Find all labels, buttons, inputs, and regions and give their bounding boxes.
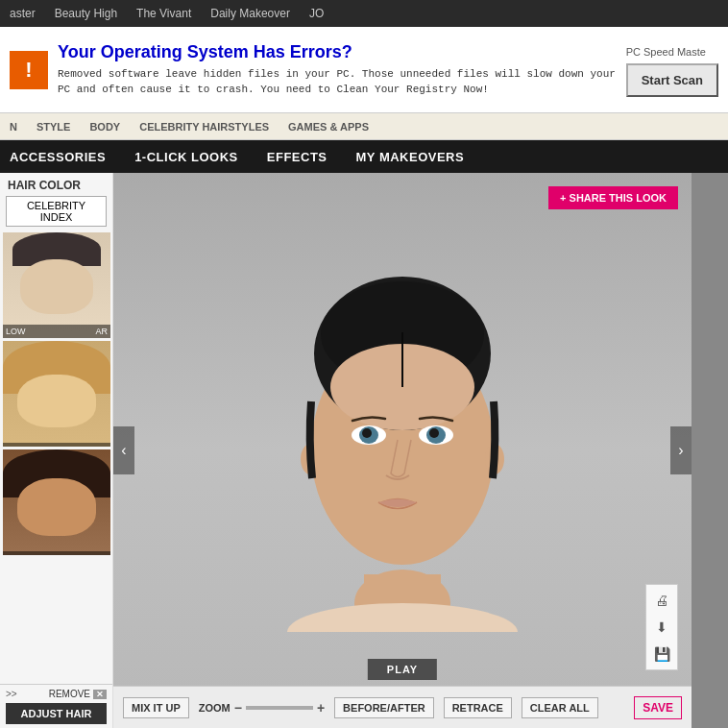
remove-button[interactable]: REMOVE ✕ <box>49 689 107 699</box>
zoom-controls: ZOOM − + <box>199 701 325 715</box>
face-image <box>239 229 566 632</box>
zoom-plus-button[interactable]: + <box>317 701 325 715</box>
svg-point-2 <box>287 603 518 632</box>
secondary-navigation: N STYLE BODY CELEBRITY HAIRSTYLES GAMES … <box>0 113 728 140</box>
sidebar-bottom-controls: >> REMOVE ✕ ADJUST HAIR <box>0 684 112 728</box>
main-nav-accessories[interactable]: ACCESSORIES <box>10 150 106 164</box>
mix-it-up-button[interactable]: MIX IT UP <box>123 697 189 718</box>
main-viewer: + SHARE THIS LOOK ‹ › PLAY 🖨 ⬇ 💾 MIX IT … <box>113 173 692 728</box>
sec-nav-item-games-apps[interactable]: GAMES & APPS <box>288 121 369 133</box>
adjust-hair-button[interactable]: ADJUST HAIR <box>6 703 107 724</box>
save-icon[interactable]: 💾 <box>650 643 673 666</box>
play-button[interactable]: PLAY <box>368 659 437 680</box>
top-nav-item-jo[interactable]: JO <box>309 7 324 20</box>
ad-text-block: Your Operating System Has Errors? Remove… <box>58 42 617 98</box>
zoom-minus-button[interactable]: − <box>234 701 242 715</box>
ad-warning-icon: ! <box>10 51 48 89</box>
zoom-slider[interactable] <box>246 706 313 710</box>
right-sidebar <box>692 173 728 728</box>
next-arrow-button[interactable]: › <box>670 426 692 474</box>
remove-x-icon: ✕ <box>93 690 107 699</box>
top-nav-item-beauty-high[interactable]: Beauty High <box>55 7 117 20</box>
bottom-toolbar: MIX IT UP ZOOM − + BEFORE/AFTER RETRACE … <box>113 686 692 728</box>
celebrity-thumb-1[interactable]: LOW AR <box>3 232 110 338</box>
celeb-1-label-right: AR <box>95 327 108 336</box>
main-nav-effects[interactable]: EFFECTS <box>267 150 328 164</box>
face-container: + SHARE THIS LOOK ‹ › PLAY 🖨 ⬇ 💾 MIX IT … <box>113 173 692 728</box>
top-nav-item-daily-makeover[interactable]: Daily Makeover <box>210 7 290 20</box>
sec-nav-item-celebrity-hairstyles[interactable]: CELEBRITY HAIRSTYLES <box>139 121 269 133</box>
ad-title: Your Operating System Has Errors? <box>58 42 617 62</box>
svg-point-12 <box>429 428 439 438</box>
start-scan-button[interactable]: Start Scan <box>626 63 718 97</box>
sec-nav-item-body[interactable]: BODY <box>89 121 120 133</box>
clear-all-button[interactable]: CLEAR ALL <box>522 697 598 718</box>
remove-arrows-icon: >> <box>6 689 17 699</box>
main-nav-my-makeovers[interactable]: MY MAKEOVERS <box>356 150 465 164</box>
svg-point-11 <box>362 428 372 438</box>
remove-row: >> REMOVE ✕ <box>6 689 107 699</box>
prev-arrow-button[interactable]: ‹ <box>113 426 134 474</box>
sec-nav-item-n[interactable]: N <box>10 121 17 133</box>
save-button[interactable]: SAVE <box>634 696 682 719</box>
top-nav-item-the-vivant[interactable]: The Vivant <box>136 7 191 20</box>
before-after-button[interactable]: BEFORE/AFTER <box>334 697 434 718</box>
main-navigation: ACCESSORIES 1-CLICK LOOKS EFFECTS MY MAK… <box>0 140 728 173</box>
hair-color-title: HAIR COLOR <box>0 173 112 196</box>
ad-banner: ! Your Operating System Has Errors? Remo… <box>0 27 728 113</box>
content-area: HAIR COLOR CELEBRITY INDEX LOW AR <box>0 173 728 728</box>
left-sidebar: HAIR COLOR CELEBRITY INDEX LOW AR <box>0 173 113 728</box>
right-tools-panel: 🖨 ⬇ 💾 <box>645 584 678 670</box>
main-nav-1click-looks[interactable]: 1-CLICK LOOKS <box>134 150 238 164</box>
print-icon[interactable]: 🖨 <box>650 589 673 612</box>
celeb-1-label-left: LOW <box>6 327 26 336</box>
share-look-button[interactable]: + SHARE THIS LOOK <box>548 186 678 209</box>
zoom-label: ZOOM <box>199 702 231 714</box>
ad-right-text: PC Speed Maste <box>626 42 706 58</box>
retrace-button[interactable]: RETRACE <box>444 697 512 718</box>
ad-body: Removed software leave hidden files in y… <box>58 66 617 98</box>
top-navigation: aster Beauty High The Vivant Daily Makeo… <box>0 0 728 27</box>
celebrity-index-button[interactable]: CELEBRITY INDEX <box>6 196 107 227</box>
celebrity-thumb-3[interactable] <box>3 449 110 555</box>
sec-nav-item-style[interactable]: STYLE <box>36 121 70 133</box>
top-nav-item-aster[interactable]: aster <box>10 7 36 20</box>
celebrity-thumb-2[interactable] <box>3 341 110 447</box>
download-icon[interactable]: ⬇ <box>650 616 673 639</box>
remove-label: REMOVE <box>49 689 90 699</box>
